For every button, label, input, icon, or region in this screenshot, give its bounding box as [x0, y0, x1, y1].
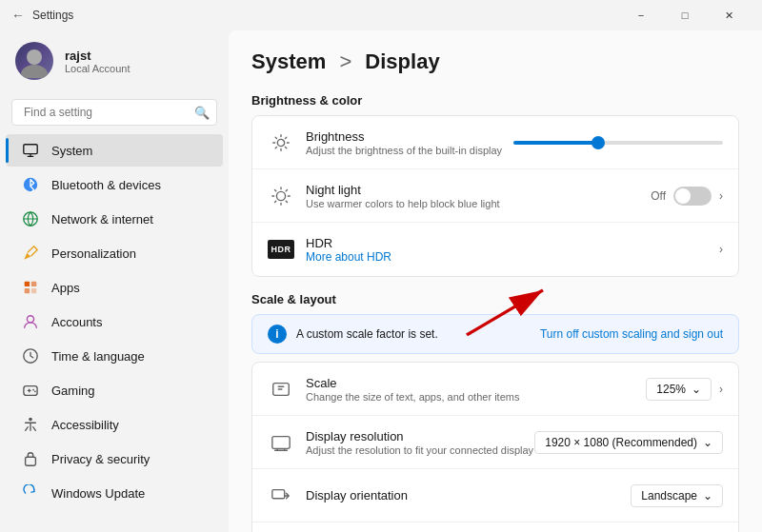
custom-scale-left: i A custom scale factor is set.: [268, 325, 438, 344]
brightness-section-title: Brightness & color: [251, 93, 739, 108]
svg-point-9: [27, 316, 33, 323]
svg-rect-19: [272, 436, 290, 448]
scale-card: Scale Change the size of text, apps, and…: [251, 362, 739, 532]
apps-label: Apps: [51, 281, 80, 295]
hdr-text: HDR More about HDR: [306, 236, 719, 264]
night-light-off-label: Off: [651, 189, 666, 203]
resolution-chevron-down: ⌄: [703, 436, 712, 449]
night-light-control: Off ›: [651, 187, 723, 206]
custom-scale-text: A custom scale factor is set.: [296, 327, 438, 341]
network-icon: [21, 209, 40, 228]
user-info: rajst Local Account: [65, 49, 130, 74]
resolution-icon: [268, 429, 294, 456]
brightness-slider[interactable]: [513, 141, 723, 145]
svg-point-1: [21, 65, 48, 78]
svg-point-16: [277, 139, 284, 146]
info-icon: i: [268, 325, 287, 344]
svg-rect-15: [26, 457, 36, 465]
user-name: rajst: [65, 49, 130, 63]
night-light-toggle[interactable]: [673, 187, 712, 206]
user-account-type: Local Account: [65, 63, 130, 74]
titlebar-title: Settings: [32, 9, 73, 22]
svg-rect-5: [25, 282, 30, 286]
resolution-row: Display resolution Adjust the resolution…: [252, 416, 738, 469]
night-light-chevron: ›: [719, 189, 723, 203]
brightness-icon: [268, 129, 294, 156]
hdr-control: ›: [719, 243, 723, 256]
sidebar-item-privacy[interactable]: Privacy & security: [6, 443, 223, 475]
sidebar-item-bluetooth[interactable]: Bluetooth & devices: [6, 168, 223, 201]
sidebar-item-accessibility[interactable]: Accessibility: [6, 408, 223, 441]
sidebar-item-personalization[interactable]: Personalization: [6, 237, 223, 269]
user-section: rajst Local Account: [0, 30, 229, 91]
breadcrumb-current: Display: [365, 49, 439, 74]
brightness-text: Brightness Adjust the brightness of the …: [306, 129, 513, 156]
accessibility-label: Accessibility: [51, 418, 119, 432]
orientation-dropdown[interactable]: Landscape ⌄: [631, 484, 723, 507]
scale-chevron-down: ⌄: [692, 383, 701, 396]
turn-off-scaling-button[interactable]: Turn off custom scaling and sign out: [540, 327, 723, 341]
sidebar-item-update[interactable]: Windows Update: [6, 477, 223, 509]
night-light-icon: [268, 183, 294, 209]
gaming-icon: [21, 381, 40, 400]
hdr-chevron: ›: [719, 243, 723, 256]
privacy-icon: [21, 449, 40, 468]
system-icon: [21, 141, 40, 160]
maximize-button[interactable]: □: [663, 0, 707, 30]
accessibility-icon: [21, 415, 40, 434]
gaming-label: Gaming: [51, 384, 95, 398]
svg-rect-20: [272, 489, 285, 498]
breadcrumb-parent: System: [251, 49, 326, 74]
scale-control: 125% ⌄ ›: [646, 378, 723, 401]
accounts-label: Accounts: [51, 315, 102, 329]
breadcrumb: System > Display: [251, 49, 739, 74]
sidebar: rajst Local Account 🔍 System: [0, 30, 229, 532]
scale-dropdown[interactable]: 125% ⌄: [646, 378, 712, 401]
night-light-row: Night light Use warmer colors to help bl…: [252, 169, 738, 223]
hdr-link[interactable]: More about HDR: [306, 250, 719, 264]
titlebar-left: ← Settings: [11, 8, 73, 23]
sidebar-item-gaming[interactable]: Gaming: [6, 374, 223, 406]
apps-icon: [21, 278, 40, 297]
search-icon: 🔍: [194, 106, 210, 120]
brightness-control: [513, 141, 723, 145]
scale-desc: Change the size of text, apps, and other…: [306, 391, 646, 403]
update-icon: [21, 483, 40, 502]
brightness-card: Brightness Adjust the brightness of the …: [251, 115, 739, 277]
close-button[interactable]: ✕: [707, 0, 751, 30]
personalization-icon: [21, 244, 40, 263]
night-light-label: Night light: [306, 183, 651, 197]
orientation-row: Display orientation Landscape ⌄: [252, 469, 738, 522]
personalization-label: Personalization: [51, 246, 136, 261]
avatar-inner: [15, 42, 53, 80]
orientation-label: Display orientation: [306, 488, 631, 502]
svg-point-0: [27, 49, 42, 65]
update-label: Windows Update: [51, 486, 145, 501]
privacy-label: Privacy & security: [51, 452, 150, 466]
system-label: System: [51, 144, 92, 158]
sidebar-item-accounts[interactable]: Accounts: [6, 305, 223, 338]
minimize-button[interactable]: −: [619, 0, 663, 30]
brightness-desc: Adjust the brightness of the built-in di…: [306, 145, 513, 156]
time-label: Time & language: [51, 349, 145, 364]
orientation-control: Landscape ⌄: [631, 484, 723, 507]
titlebar-controls: − □ ✕: [619, 0, 751, 30]
scale-row: Scale Change the size of text, apps, and…: [252, 363, 738, 416]
resolution-dropdown[interactable]: 1920 × 1080 (Recommended) ⌄: [534, 431, 723, 454]
sidebar-item-system[interactable]: System: [6, 134, 223, 167]
orientation-icon: [268, 483, 294, 509]
svg-rect-2: [24, 145, 37, 154]
scale-section-title: Scale & layout: [251, 292, 739, 306]
back-icon[interactable]: ←: [11, 8, 25, 23]
search-input[interactable]: [11, 99, 217, 126]
sidebar-item-apps[interactable]: Apps: [6, 271, 223, 304]
breadcrumb-separator: >: [333, 49, 357, 74]
sidebar-item-time[interactable]: Time & language: [6, 340, 223, 372]
sidebar-item-network[interactable]: Network & internet: [6, 203, 223, 235]
svg-rect-6: [31, 282, 36, 286]
app-body: rajst Local Account 🔍 System: [0, 30, 762, 532]
brightness-label: Brightness: [306, 129, 513, 144]
resolution-desc: Adjust the resolution to fit your connec…: [306, 444, 534, 456]
toggle-knob: [675, 188, 691, 204]
night-light-text: Night light Use warmer colors to help bl…: [306, 183, 651, 209]
